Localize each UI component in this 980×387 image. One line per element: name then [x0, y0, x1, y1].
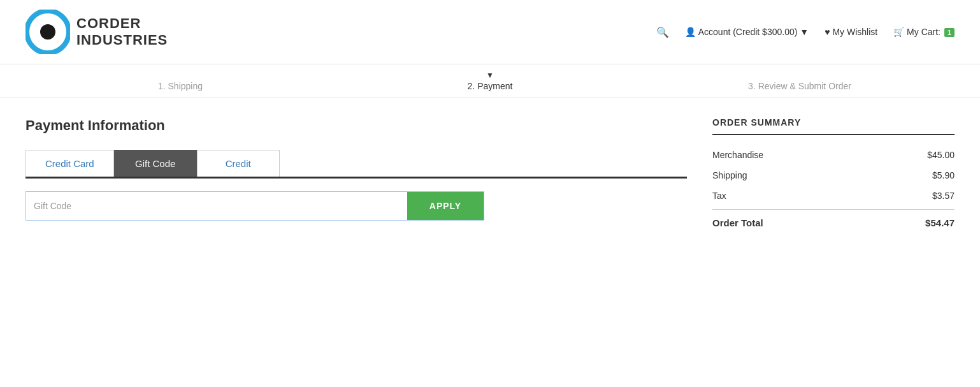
tab-credit[interactable]: Credit	[197, 150, 280, 177]
step-review[interactable]: 3. Review & Submit Order	[645, 81, 955, 98]
order-summary-title: ORDER SUMMARY	[712, 117, 955, 128]
merchandise-value: $45.00	[927, 150, 955, 160]
summary-row-shipping: Shipping $5.90	[712, 165, 955, 186]
payment-tabs: Credit Card Gift Code Credit	[25, 150, 687, 179]
header: CORDER INDUSTRIES 🔍 👤 Account (Credit $3…	[0, 0, 980, 64]
search-button[interactable]: 🔍	[656, 26, 669, 38]
account-icon: 👤	[685, 27, 696, 37]
logo-text: CORDER INDUSTRIES	[76, 15, 168, 49]
step-payment[interactable]: ▼ 2. Payment	[335, 71, 645, 98]
main-content: Payment Information Credit Card Gift Cod…	[0, 98, 980, 252]
cart-badge: 1	[944, 28, 955, 37]
summary-row-merchandise: Merchandise $45.00	[712, 145, 955, 165]
account-dropdown-icon: ▼	[800, 27, 809, 37]
total-value: $54.47	[925, 217, 955, 228]
search-icon: 🔍	[656, 27, 669, 38]
tab-gift-code[interactable]: Gift Code	[114, 150, 197, 177]
payment-section: Payment Information Credit Card Gift Cod…	[25, 117, 687, 233]
heart-icon: ♥	[825, 27, 830, 37]
cart-icon: 🛒	[893, 27, 904, 37]
header-nav: 🔍 👤 Account (Credit $300.00) ▼ ♥ My Wish…	[656, 26, 955, 38]
tax-value: $3.57	[932, 191, 955, 201]
step-active-arrow: ▼	[335, 71, 645, 80]
logo-icon	[25, 10, 70, 54]
payment-title: Payment Information	[25, 117, 687, 134]
account-link[interactable]: 👤 Account (Credit $300.00) ▼	[685, 27, 809, 37]
gift-code-form: APPLY	[25, 191, 484, 221]
summary-row-tax: Tax $3.57	[712, 186, 955, 206]
step-shipping[interactable]: 1. Shipping	[25, 81, 335, 98]
merchandise-label: Merchandise	[712, 150, 763, 160]
cart-link[interactable]: 🛒 My Cart: 1	[893, 27, 955, 37]
shipping-label: Shipping	[712, 170, 747, 180]
apply-button[interactable]: APPLY	[407, 192, 484, 220]
tab-credit-card[interactable]: Credit Card	[25, 150, 114, 177]
summary-divider	[712, 134, 955, 135]
summary-row-total: Order Total $54.47	[712, 209, 955, 233]
checkout-steps: 1. Shipping ▼ 2. Payment 3. Review & Sub…	[25, 64, 955, 98]
svg-point-1	[40, 24, 55, 40]
wishlist-link[interactable]: ♥ My Wishlist	[825, 27, 877, 37]
logo: CORDER INDUSTRIES	[25, 10, 168, 54]
gift-code-input[interactable]	[26, 192, 407, 220]
tax-label: Tax	[712, 191, 726, 201]
order-summary: ORDER SUMMARY Merchandise $45.00 Shippin…	[712, 117, 955, 233]
checkout-steps-bar: 1. Shipping ▼ 2. Payment 3. Review & Sub…	[0, 64, 980, 98]
shipping-value: $5.90	[932, 170, 955, 180]
total-label: Order Total	[712, 217, 763, 228]
